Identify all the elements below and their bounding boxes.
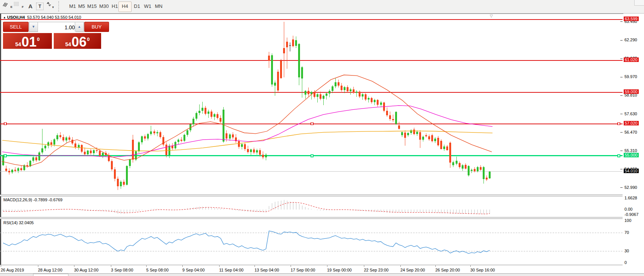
time-axis[interactable]: 26 Aug 201928 Aug 12:0030 Aug 12:003 Sep… [0, 265, 623, 273]
volume-stepper: ▼ ▲ [29, 22, 84, 32]
icon-sub-label: E [11, 2, 12, 12]
time-label: 13 Sep 04:00 [255, 268, 279, 272]
time-tick [400, 265, 401, 267]
collapse-triangle-icon[interactable]: ▲ [3, 16, 6, 19]
ohlc-close: 54.010 [68, 15, 81, 20]
buy-button[interactable]: BUY [84, 22, 109, 32]
price-axis[interactable]: 63.45062.29061.13059.97058.81057.63056.4… [623, 14, 644, 265]
time-label: 28 Aug 12:00 [38, 268, 62, 272]
buy-price-panel[interactable]: 54 06 0 [54, 33, 101, 49]
buy-price-sup: 0 [87, 36, 89, 42]
volume-input[interactable] [38, 22, 76, 32]
time-label: 30 Sep 16:00 [470, 268, 495, 272]
time-label: 26 Aug 2019 [1, 268, 24, 272]
time-label: 22 Sep 23:00 [364, 268, 388, 272]
toolbar: E F A T ▾ M1M5M15M30H1H4D1W1MN [0, 0, 644, 14]
time-tick [146, 265, 147, 267]
buy-price-big: 06 [71, 35, 86, 49]
time-label: 26 Sep 20:00 [435, 268, 460, 272]
price-line-badge: 61.020 [624, 57, 639, 62]
sell-price-big: 01 [21, 35, 36, 49]
price-line-badge: 59.000 [624, 89, 639, 94]
panel-separator[interactable] [0, 195, 623, 196]
time-label: 24 Sep 20:00 [400, 268, 425, 272]
indicator-axis-label: 70 [624, 230, 629, 235]
time-tick [74, 265, 74, 267]
sell-price-sup: 0 [37, 36, 39, 42]
price-line-badge: 54.010 [624, 169, 639, 173]
timeframe-button-h4[interactable]: H4 [118, 2, 132, 12]
time-tick [327, 265, 327, 267]
time-tick [291, 265, 291, 267]
ohlc-high: 54.040 [41, 15, 54, 20]
buy-price-small: 54 [65, 41, 71, 47]
sell-button[interactable]: SELL [3, 22, 29, 32]
rsi-panel-chart[interactable] [0, 219, 623, 265]
time-label: 30 Aug 12:00 [74, 268, 98, 272]
price-line-badge: 57.020 [624, 121, 639, 125]
chart-mode-icon[interactable]: E [2, 2, 12, 11]
time-tick [470, 265, 471, 267]
sell-price-panel[interactable]: 54 01 0 [3, 33, 52, 49]
time-label: 11 Sep 04:00 [219, 268, 244, 272]
sell-price-small: 54 [15, 41, 21, 47]
time-tick [255, 265, 255, 267]
indicator-axis-label: -0.9067 [624, 212, 638, 217]
trading-platform-window: E F A T ▾ M1M5M15M30H1H4D1W1MN ▲ USOil,H… [0, 0, 644, 276]
time-label: 3 Sep 08:00 [111, 268, 133, 272]
time-tick [1, 265, 1, 267]
chart-shift-marker-icon[interactable]: ▽ [490, 14, 493, 18]
price-tick-label: 59.970 [624, 74, 637, 79]
time-label: 19 Sep 00:00 [327, 268, 352, 272]
price-tick-label: 62.290 [624, 38, 637, 42]
macd-panel-chart[interactable] [0, 196, 623, 217]
time-tick [435, 265, 436, 267]
price-tick-label: 57.630 [624, 112, 637, 116]
symbol-period-label: USOil,H4 [7, 15, 25, 20]
price-tick-label: 52.990 [624, 185, 637, 190]
order-arrows-icon[interactable]: ▾ [47, 2, 59, 11]
rsi-indicator-label: RSI(14) 32.0405 [3, 220, 34, 225]
volume-decrease-button[interactable]: ▼ [29, 22, 38, 32]
time-label: 17 Sep 00:00 [291, 268, 315, 272]
time-tick [38, 265, 38, 267]
panel-separator[interactable] [0, 217, 623, 219]
indicator-axis-label: 30 [624, 249, 629, 253]
text-box-icon[interactable]: T [36, 3, 44, 10]
indicator-axis-label: 0 [624, 260, 627, 265]
price-line-badge: 55.000 [624, 153, 639, 157]
price-tick-label: 55.310 [624, 148, 637, 153]
timeframe-button-mn[interactable]: MN [152, 2, 165, 11]
icon-sub-label: F [22, 2, 24, 12]
indicator-axis-label: 1.6628 [624, 196, 637, 200]
text-label-icon[interactable]: A [26, 2, 35, 11]
time-label: 9 Sep 04:00 [182, 268, 205, 272]
one-click-trading-widget: SELL ▼ ▲ BUY 54 01 0 54 06 0 [3, 22, 109, 49]
bottom-scroll-strip[interactable] [0, 273, 644, 276]
price-tick-label: 56.470 [624, 130, 637, 134]
price-line-badge: 63.599 [624, 17, 639, 21]
indicator-grid-icon[interactable]: F [14, 2, 23, 11]
time-tick [182, 265, 183, 267]
time-label: 5 Sep 08:00 [146, 268, 168, 272]
indicator-axis-label: 0.00 [624, 207, 632, 211]
time-tick [364, 265, 364, 267]
ohlc-open: 53.570 [27, 15, 40, 20]
ohlc-low: 53.550 [55, 15, 68, 20]
toolbar-separator [58, 1, 59, 12]
window-corner-box [634, 0, 644, 6]
indicator-axis-label: 100 [624, 218, 631, 223]
time-tick [111, 265, 111, 267]
time-tick [219, 265, 220, 267]
macd-indicator-label: MACD(12,26,9) -0.7899 -0.6769 [3, 198, 62, 202]
symbol-info-bar: ▲ USOil,H4 53.570 54.040 53.550 54.010 [3, 15, 81, 20]
bottom-scroll-thumb[interactable] [33, 274, 68, 276]
volume-increase-button[interactable]: ▲ [75, 22, 83, 32]
